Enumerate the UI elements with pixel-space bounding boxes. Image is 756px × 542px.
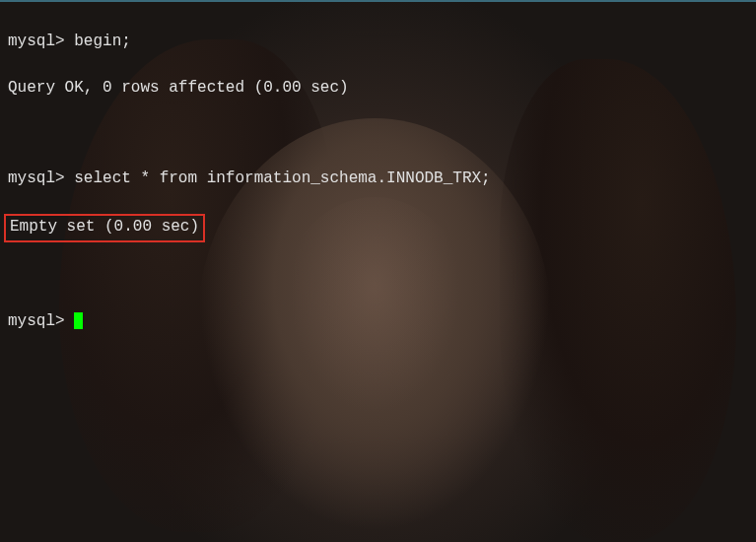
- terminal-blank-1: [8, 122, 748, 145]
- terminal-cursor[interactable]: [74, 312, 83, 329]
- window-top-border: [0, 0, 756, 2]
- highlighted-output: Empty set (0.00 sec): [4, 214, 205, 242]
- terminal-line-1: mysql> begin;: [8, 31, 748, 53]
- sql-command: select * from information_schema.INNODB_…: [74, 169, 490, 187]
- terminal-blank-2: [8, 265, 748, 288]
- mysql-prompt: mysql>: [8, 33, 65, 50]
- terminal-line-5: mysql>: [8, 310, 748, 333]
- mysql-prompt: mysql>: [8, 169, 65, 187]
- terminal-output-area[interactable]: mysql> begin; Query OK, 0 rows affected …: [0, 0, 756, 365]
- terminal-line-4: Empty set (0.00 sec): [8, 214, 748, 242]
- terminal-line-2: Query OK, 0 rows affected (0.00 sec): [8, 77, 748, 100]
- output-text: Empty set (0.00 sec): [10, 218, 199, 236]
- terminal-line-3: mysql> select * from information_schema.…: [8, 168, 748, 190]
- mysql-prompt: mysql>: [8, 312, 65, 330]
- sql-command: begin;: [74, 33, 131, 50]
